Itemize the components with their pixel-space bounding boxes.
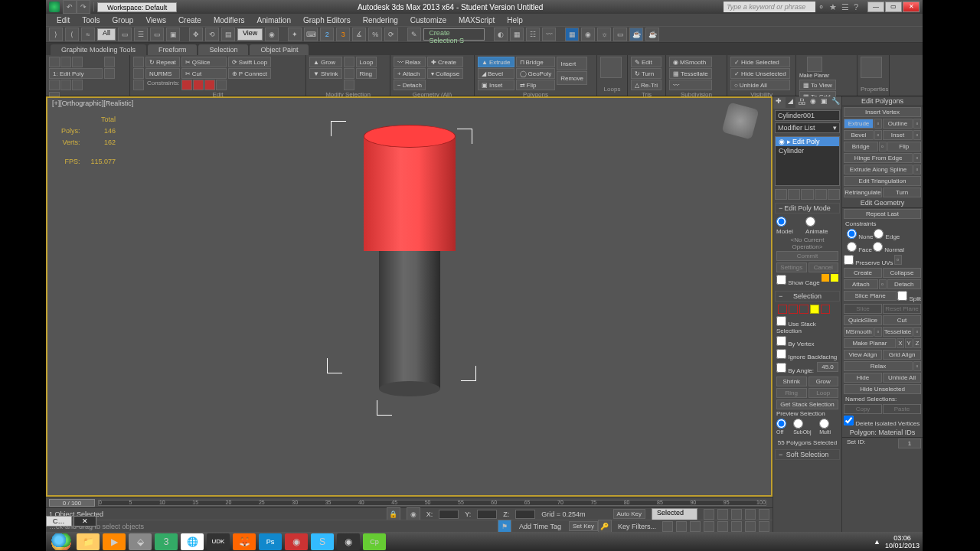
editpoly-mode[interactable]: 1: Edit Poly <box>49 68 103 79</box>
snap2-icon[interactable]: 2 <box>320 28 334 41</box>
qslice-button[interactable]: ✂QSlice <box>181 57 227 67</box>
rp-bevel[interactable]: Bevel <box>844 130 874 140</box>
c-none-radio[interactable] <box>847 229 857 239</box>
collapsed-window-1[interactable]: C… <box>46 516 72 527</box>
setid-spinner[interactable]: 1 <box>898 439 921 448</box>
rp-hidesel[interactable]: Hide Selected <box>844 373 882 383</box>
rp-msmooth-opt[interactable]: ▫ <box>874 327 882 337</box>
flip-button[interactable]: ⇄Flip <box>516 80 556 90</box>
bridge-button[interactable]: ⊓Bridge <box>516 57 556 67</box>
rp-inset[interactable]: Inset <box>883 130 913 140</box>
nav-icon5[interactable] <box>717 521 728 532</box>
ers-icon[interactable]: ✎ <box>407 28 421 41</box>
r-icon-2[interactable] <box>104 68 115 79</box>
tab-objectpaint[interactable]: Object Paint <box>250 44 309 55</box>
rp-edittri[interactable]: Edit Triangulation <box>844 176 921 186</box>
rp-slice[interactable]: Slice <box>844 304 882 314</box>
bind-icon[interactable]: ≈ <box>81 28 95 41</box>
cmd-tab-create[interactable]: ✚ <box>773 96 785 109</box>
nav-icon1[interactable] <box>662 521 673 532</box>
viewport-label[interactable]: [+][Orthographic][Realistic] <box>52 99 133 107</box>
insert-button[interactable]: Insert <box>557 57 587 70</box>
iso-icon[interactable]: ◉ <box>407 507 420 521</box>
keymode-icon[interactable]: ⌨ <box>304 28 318 41</box>
autokey-button[interactable]: Auto Key <box>613 509 645 519</box>
rp-copy[interactable]: Copy <box>844 404 882 414</box>
spinner-snap-icon[interactable]: ⟳ <box>384 28 398 41</box>
play-icon[interactable] <box>731 509 742 520</box>
align-icon[interactable]: ▦ <box>510 28 524 41</box>
hide-sel-button[interactable]: ✓Hide Selected <box>730 57 790 67</box>
pconnect-button[interactable]: ⊕P Connect <box>228 68 271 79</box>
ms-icon3[interactable] <box>344 80 354 90</box>
rp-tess-opt[interactable]: ▫ <box>913 327 921 337</box>
config-icon[interactable] <box>828 189 840 200</box>
rp-y[interactable]: Y <box>905 338 913 348</box>
viewcube[interactable] <box>722 103 760 140</box>
rp-qslice[interactable]: QuickSlice <box>844 315 882 325</box>
menu-create[interactable]: Create <box>172 16 207 24</box>
c-edge-radio[interactable] <box>874 229 884 239</box>
task-firefox[interactable]: 🦊 <box>233 533 256 550</box>
rp-exalong[interactable]: Extrude Along Spline <box>844 165 913 174</box>
rp-bevel-opt[interactable]: ▫ <box>874 130 882 140</box>
cmd-tab-modify[interactable]: ◢ <box>785 96 796 109</box>
cmd-tab-display[interactable]: ▣ <box>818 96 830 109</box>
preview-subobj[interactable] <box>793 419 803 429</box>
ms-icon2[interactable] <box>344 68 354 79</box>
sel-poly-icon[interactable] <box>810 305 819 314</box>
undo-icon[interactable]: ↶ <box>63 0 77 14</box>
rp-relax[interactable]: Relax <box>844 361 913 371</box>
task-chrome[interactable]: 🌐 <box>181 533 204 550</box>
nav-icon4[interactable] <box>704 521 714 532</box>
nav-icon8[interactable] <box>759 521 769 532</box>
prev-frame-icon[interactable] <box>717 509 728 520</box>
z-field[interactable] <box>515 510 535 519</box>
rp-exalong-opt[interactable]: ▫ <box>913 165 921 174</box>
extrude-button[interactable]: ▲Extrude <box>478 57 514 67</box>
stack-editpoly[interactable]: ◉ ▸ Edit Poly <box>776 137 839 146</box>
link-icon[interactable]: ⟩ <box>49 28 63 41</box>
material-ed-icon[interactable]: ◉ <box>581 28 595 41</box>
rp-extrude-opt[interactable]: ▫ <box>874 119 882 129</box>
rp-valign[interactable]: View Align <box>844 350 882 360</box>
border-mode-icon[interactable] <box>72 57 83 67</box>
commit-button[interactable]: Commit <box>776 251 838 261</box>
menu-group[interactable]: Group <box>106 16 140 24</box>
rp-detach[interactable]: Detach <box>887 279 922 289</box>
getstack-button[interactable]: Get Stack Selection <box>776 399 838 409</box>
sel-element-icon[interactable] <box>821 305 830 314</box>
timeline[interactable]: 0 / 100 05101520253035404550556065707580… <box>46 497 773 507</box>
loop-button[interactable]: Loop <box>356 57 377 67</box>
rp-unhide[interactable]: Unhide All <box>883 373 921 383</box>
cmd-tab-motion[interactable]: ◉ <box>807 96 818 109</box>
preview-icon[interactable] <box>72 80 83 90</box>
tri-retri[interactable]: △Re-Tri <box>631 80 662 90</box>
unlink-icon[interactable]: ⟨ <box>65 28 79 41</box>
edge-mode-icon[interactable] <box>60 57 71 67</box>
rp-hinge[interactable]: Hinge From Edge <box>844 153 913 163</box>
ring-sel-button[interactable]: Ring <box>776 388 807 398</box>
menu-maxscript[interactable]: MAXScript <box>452 16 501 24</box>
rp-extrude[interactable]: Extrude <box>844 119 874 129</box>
start-button[interactable] <box>49 533 74 550</box>
render-setup-icon[interactable]: ☼ <box>597 28 611 41</box>
nurms-button[interactable]: NURMS <box>145 68 180 79</box>
modifier-list[interactable]: Modifier List▾ <box>775 122 840 133</box>
repeat-button[interactable]: ↻Repeat <box>145 57 180 67</box>
mode-model-radio[interactable] <box>776 217 786 227</box>
named-selset[interactable]: Create Selection S <box>423 28 485 41</box>
rp-bridge[interactable]: Bridge <box>844 142 878 152</box>
msmooth-button[interactable]: ◉MSmooth <box>669 57 712 67</box>
time-slider[interactable]: 0 / 100 <box>49 499 95 507</box>
task-udk[interactable]: UDK <box>207 533 230 550</box>
workspace-dropdown[interactable]: Workspace: Default <box>97 2 177 12</box>
rp-flip[interactable]: Flip <box>887 142 922 152</box>
rp-outline[interactable]: Outline <box>883 119 913 129</box>
loop-sel-button[interactable]: Loop <box>808 388 839 398</box>
settings-button[interactable]: Settings <box>776 262 807 272</box>
angle-spinner[interactable]: 45.0 <box>817 362 838 372</box>
render-icon[interactable]: ☕ <box>629 28 643 41</box>
cancel-button[interactable]: Cancel <box>808 262 839 272</box>
c-edge[interactable] <box>193 80 204 90</box>
